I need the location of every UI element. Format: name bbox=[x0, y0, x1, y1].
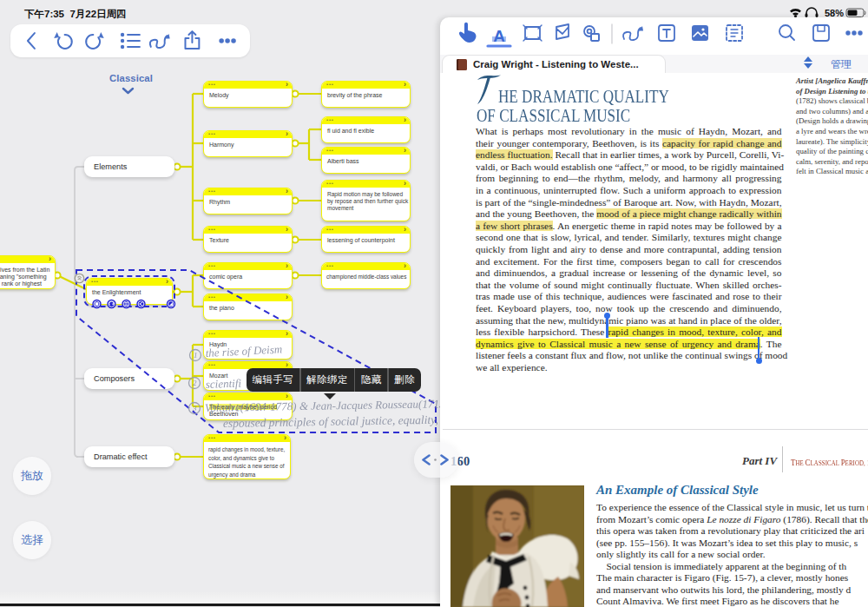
svg-text:3: 3 bbox=[192, 404, 197, 412]
svg-text:the rise of Deism: the rise of Deism bbox=[205, 342, 282, 360]
svg-text:scientifi: scientifi bbox=[206, 377, 242, 391]
svg-text:58%: 58% bbox=[825, 8, 844, 18]
svg-text:2: 2 bbox=[193, 379, 197, 387]
svg-text:A: A bbox=[493, 27, 505, 45]
svg-text:espoused principles of social: espoused principles of social justice, e… bbox=[223, 413, 438, 430]
svg-text:1: 1 bbox=[194, 351, 198, 360]
svg-text:Voltaire(1694-1778) & Jean-Jac: Voltaire(1694-1778) & Jean-Jacques Rouss… bbox=[205, 397, 440, 414]
